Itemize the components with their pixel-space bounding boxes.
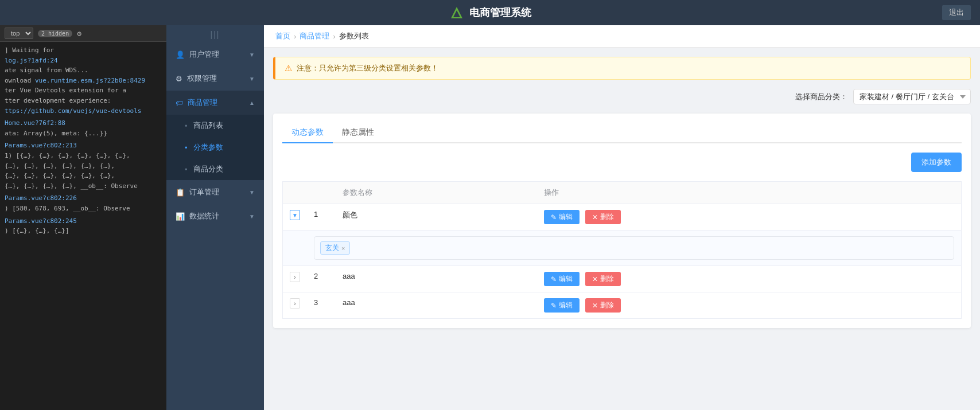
name-cell-2: aaa bbox=[336, 266, 537, 292]
sidebar-item-category-params[interactable]: 分类参数 bbox=[166, 136, 264, 158]
filter-label: 选择商品分类： bbox=[795, 92, 847, 102]
log-line: tter development experience: bbox=[5, 96, 162, 106]
filter-row: 选择商品分类： 家装建材 / 餐厅门厅 / 玄关台 bbox=[273, 89, 971, 104]
expand-button-2[interactable]: › bbox=[290, 272, 300, 282]
tag-text: 玄关 bbox=[325, 243, 339, 253]
logout-button[interactable]: 退出 bbox=[942, 5, 971, 20]
top-bar: 电商管理系统 退出 bbox=[0, 0, 980, 25]
content-area: 首页 › 商品管理 › 参数列表 ⚠ 注意：只允许为第三级分类设置相关参数！ 选… bbox=[264, 25, 980, 410]
log-link[interactable]: Params.vue?c802:213 bbox=[5, 142, 77, 149]
warning-icon: ⚠ bbox=[285, 63, 292, 73]
log-link[interactable]: vue.runtime.esm.js?22b0e:8429 bbox=[35, 77, 145, 84]
log-line: log.js?1afd:24 bbox=[5, 56, 162, 66]
devtools-panel: top 2 hidden ⚙ ] Waiting for log.js?1afd… bbox=[0, 25, 166, 410]
permissions-icon: ⚙ bbox=[176, 75, 182, 83]
expand-button-3[interactable]: › bbox=[290, 298, 300, 309]
tag-xuanguan: 玄关 × bbox=[320, 241, 350, 255]
breadcrumb-products[interactable]: 商品管理 bbox=[300, 31, 329, 41]
ops-cell-3: ✎ 编辑 ✕ 删除 bbox=[537, 292, 961, 319]
log-link[interactable]: ttps://github.com/vuejs/vue-devtools bbox=[5, 107, 141, 115]
content-body: ⚠ 注意：只允许为第三级分类设置相关参数！ 选择商品分类： 家装建材 / 餐厅门… bbox=[264, 48, 980, 410]
expand-button-1[interactable]: ▼ bbox=[290, 210, 300, 220]
drag-handle[interactable]: ||| bbox=[166, 28, 264, 42]
log-line: Params.vue?c802:245 bbox=[5, 216, 162, 227]
breadcrumb-home[interactable]: 首页 bbox=[275, 31, 290, 41]
breadcrumb-sep-1: › bbox=[294, 32, 296, 41]
log-line: ownload vue.runtime.esm.js?22b0e:8429 bbox=[5, 76, 162, 86]
name-cell-3: aaa bbox=[336, 292, 537, 319]
users-icon: 👤 bbox=[176, 50, 185, 59]
edit-button-3[interactable]: ✎ 编辑 bbox=[544, 298, 580, 313]
delete-icon: ✕ bbox=[592, 275, 598, 283]
breadcrumb-sep-2: › bbox=[333, 32, 335, 41]
params-table: 参数名称 操作 ▼ 1 颜色 bbox=[282, 181, 962, 319]
ops-cell-2: ✎ 编辑 ✕ 删除 bbox=[537, 266, 961, 292]
chevron-down-icon: ▼ bbox=[249, 76, 255, 82]
tab-dynamic-params[interactable]: 动态参数 bbox=[282, 123, 333, 143]
sidebar-label-products: 商品管理 bbox=[188, 97, 217, 108]
products-icon: 🏷 bbox=[176, 99, 183, 107]
ops-cell-1: ✎ 编辑 ✕ 删除 bbox=[537, 204, 961, 231]
expand-cell-2: › bbox=[283, 266, 308, 292]
table-row: › 3 aaa ✎ 编辑 ✕ 删除 bbox=[283, 292, 962, 319]
log-link[interactable]: log.js?1afd:24 bbox=[5, 57, 58, 64]
edit-icon: ✎ bbox=[551, 275, 557, 283]
edit-button-1[interactable]: ✎ 编辑 bbox=[544, 210, 580, 224]
sidebar-sublabel-category-params: 分类参数 bbox=[193, 142, 223, 153]
sidebar-item-product-category[interactable]: 商品分类 bbox=[166, 158, 264, 180]
index-cell-1: 1 bbox=[307, 204, 336, 231]
logo-icon bbox=[449, 5, 465, 21]
category-select[interactable]: 家装建材 / 餐厅门厅 / 玄关台 bbox=[853, 89, 971, 104]
sidebar-label-stats: 数据统计 bbox=[189, 211, 219, 221]
sidebar-label-permissions: 权限管理 bbox=[187, 73, 217, 84]
th-expand bbox=[283, 182, 308, 204]
th-num bbox=[307, 182, 336, 204]
log-line: ttps://github.com/vuejs/vue-devtools bbox=[5, 106, 162, 116]
edit-icon: ✎ bbox=[551, 213, 557, 221]
log-line: {…}, {…}, {…}, {…}, __ob__: Observe bbox=[5, 181, 162, 192]
th-ops: 操作 bbox=[537, 182, 961, 204]
alert-text: 注意：只允许为第三级分类设置相关参数！ bbox=[297, 63, 438, 73]
log-link[interactable]: Params.vue?c802:245 bbox=[5, 217, 77, 225]
delete-button-3[interactable]: ✕ 删除 bbox=[585, 298, 621, 313]
tab-static-attrs[interactable]: 静态属性 bbox=[333, 123, 383, 143]
sidebar-sublabel-product-list: 商品列表 bbox=[193, 120, 223, 131]
tag-container-1: 玄关 × bbox=[314, 236, 954, 260]
sidebar-item-users[interactable]: 👤 用户管理 ▼ bbox=[166, 42, 264, 67]
sidebar-item-product-list[interactable]: 商品列表 bbox=[166, 115, 264, 136]
name-cell-1: 颜色 bbox=[336, 204, 537, 231]
log-link[interactable]: Params.vue?c802:226 bbox=[5, 194, 77, 202]
sidebar-item-orders[interactable]: 📋 订单管理 ▼ bbox=[166, 180, 264, 204]
add-param-button[interactable]: 添加参数 bbox=[911, 153, 962, 172]
log-line: ) [580, 678, 693, __ob__: Observe bbox=[5, 204, 162, 214]
log-link[interactable]: Home.vue?76f2:88 bbox=[5, 119, 65, 127]
sidebar-label-users: 用户管理 bbox=[189, 49, 219, 60]
delete-button-2[interactable]: ✕ 删除 bbox=[585, 272, 621, 286]
tag-close-icon[interactable]: × bbox=[341, 245, 345, 252]
hidden-badge: 2 hidden bbox=[38, 30, 72, 37]
index-cell-3: 3 bbox=[307, 292, 336, 319]
context-select[interactable]: top bbox=[5, 28, 33, 39]
sidebar-item-permissions[interactable]: ⚙ 权限管理 ▼ bbox=[166, 67, 264, 91]
log-line: {…}, {…}, {…}, {…}, {…}, {…}, bbox=[5, 171, 162, 181]
delete-icon: ✕ bbox=[592, 213, 598, 221]
edit-button-2[interactable]: ✎ 编辑 bbox=[544, 272, 580, 286]
delete-icon: ✕ bbox=[592, 302, 598, 310]
sidebar: ||| 👤 用户管理 ▼ ⚙ 权限管理 ▼ 🏷 商品管理 ▲ bbox=[166, 25, 264, 410]
log-line: ata: Array(5), meta: {...}} bbox=[5, 128, 162, 139]
sidebar-item-stats[interactable]: 📊 数据统计 ▼ bbox=[166, 204, 264, 228]
gear-icon[interactable]: ⚙ bbox=[77, 29, 81, 38]
log-line: ate signal from WDS... bbox=[5, 65, 162, 76]
index-cell-2: 2 bbox=[307, 266, 336, 292]
log-line: Home.vue?76f2:88 bbox=[5, 118, 162, 128]
log-line: {…}, {…}, {…}, {…}, {…}, {…}, bbox=[5, 161, 162, 171]
log-line: Params.vue?c802:226 bbox=[5, 193, 162, 204]
alert-warning: ⚠ 注意：只允许为第三级分类设置相关参数！ bbox=[273, 57, 971, 80]
delete-button-1[interactable]: ✕ 删除 bbox=[585, 210, 621, 224]
table-card: 动态参数 静态属性 添加参数 参数名称 操作 bbox=[273, 114, 971, 328]
breadcrumb-current: 参数列表 bbox=[339, 31, 369, 41]
sidebar-item-products[interactable]: 🏷 商品管理 ▲ bbox=[166, 91, 264, 115]
log-line: Params.vue?c802:213 bbox=[5, 140, 162, 151]
edit-icon: ✎ bbox=[551, 302, 557, 310]
app-title: 电商管理系统 bbox=[449, 5, 531, 21]
